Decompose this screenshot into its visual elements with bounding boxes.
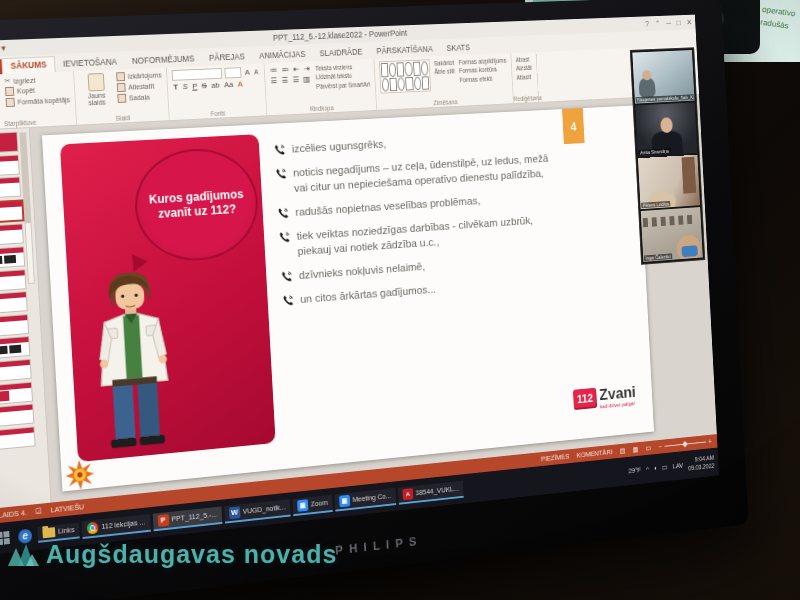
flame-icon <box>65 459 95 491</box>
align-center-icon[interactable]: ☰ <box>280 76 289 85</box>
speech-bubble: Kuros gadījumos zvanīt uz 112? <box>132 146 261 264</box>
comments-button[interactable]: KOMENTĀRI <box>577 448 613 460</box>
section-icon <box>117 94 126 103</box>
language-tray[interactable]: LAV <box>672 461 683 470</box>
group-label: Rediģēšana <box>513 95 538 103</box>
slide-editor: Kuros gadījumos zvanīt uz 112? <box>30 95 717 503</box>
shapes-gallery[interactable] <box>379 59 431 93</box>
align-left-icon[interactable]: ☰ <box>269 76 278 85</box>
copy-button[interactable]: Kopēt <box>5 84 70 96</box>
zoom-out-icon[interactable]: − <box>658 442 662 451</box>
taskbar-zoom-meeting[interactable]: ▣ Meeting Co... <box>334 488 396 512</box>
slide-thumbnail[interactable]: 11 <box>0 358 42 383</box>
normal-view-icon[interactable]: ▤ <box>620 446 626 455</box>
minimize-button[interactable]: ─ <box>666 18 671 27</box>
numbering-icon[interactable]: ≕ <box>280 65 290 74</box>
video-tile[interactable]: Naujenes pamatskola_5ab_KAB <box>632 50 694 104</box>
font-name-combobox[interactable] <box>172 68 223 81</box>
phone-icon <box>277 207 289 220</box>
paste-button[interactable]: Ielīmēt <box>0 77 1 105</box>
taskbar-zoom-app[interactable]: ▣ Zoom <box>292 494 332 515</box>
watermark-text: Augšdaugavas novads <box>46 540 337 569</box>
align-right-icon[interactable]: ☰ <box>291 75 300 84</box>
group-clipboard: Ielīmēt ✂Izgriezt Kopēt Formāta kopētājs… <box>0 71 77 130</box>
shrink-font-icon[interactable]: A <box>253 68 259 75</box>
taskbar-chrome-window[interactable]: 112 lekcijas ... <box>82 514 151 539</box>
pdf-icon: A <box>402 488 413 500</box>
second-screen-text: operatīvo radušās <box>759 4 796 34</box>
slide-question: Kuros gadījumos zvanīt uz 112? <box>136 186 256 223</box>
cut-button[interactable]: ✂Izgriezt <box>4 74 69 85</box>
slide-sorter-icon[interactable]: ▦ <box>632 445 638 454</box>
layout-icon <box>116 72 125 81</box>
slide-thumbnail[interactable]: 10 <box>0 335 41 360</box>
spellcheck-icon[interactable]: ☑ <box>35 507 42 517</box>
indent-icon[interactable]: ⇤ <box>292 65 300 74</box>
zoom-in-icon[interactable]: + <box>708 437 712 445</box>
tray-chevron-icon[interactable]: ^ <box>646 465 649 473</box>
strikethrough-button[interactable]: S <box>201 81 208 90</box>
bullet-list: izcēlies ugunsgrēks, noticis negadījums … <box>273 128 567 319</box>
italic-button[interactable]: S <box>181 82 188 91</box>
chrome-icon <box>87 521 99 534</box>
video-tile[interactable]: Pēters Locika <box>638 155 700 209</box>
taskbar-word-window[interactable]: W VUGD_notik... <box>224 499 291 523</box>
slide-thumbnail[interactable]: 12 <box>0 380 44 405</box>
slide-thumbnail[interactable]: 9 <box>0 313 40 338</box>
help-icon[interactable]: ? <box>645 19 649 28</box>
zoom-meeting-panel: Naujenes pamatskola_5ab_KAB Anita Strazd… <box>630 47 706 265</box>
quick-styles-button[interactable]: Ātrie stili <box>434 67 455 77</box>
taskbar-powerpoint-window[interactable]: P PPT_112_5.-... <box>152 506 222 531</box>
reset-button[interactable]: Atiestatīt <box>117 81 163 92</box>
slide-thumbnail[interactable]: 13 <box>0 403 45 428</box>
ribbon-options-icon[interactable]: ⌃ <box>655 19 661 28</box>
phone-icon <box>275 168 287 181</box>
slideshow-icon[interactable]: ▭ <box>645 444 651 453</box>
slide-thumbnail[interactable]: 8 <box>0 291 38 315</box>
slide-number-badge: 4 <box>562 108 585 144</box>
select-button[interactable]: Atlasīt <box>516 72 532 81</box>
word-icon: W <box>229 506 241 519</box>
bold-button[interactable]: T <box>172 83 179 92</box>
section-button[interactable]: Sadaļa <box>117 92 163 103</box>
speaker-icon[interactable]: ◖ <box>653 464 657 473</box>
group-font: A A T S P S ab Aa A Fonts <box>167 63 267 120</box>
char-spacing-icon[interactable]: ab <box>210 81 221 90</box>
group-slides: Jauns slaids Izkārtojums Atiestatīt Sada… <box>74 67 170 124</box>
weather-temp[interactable]: 29°F <box>628 466 641 476</box>
group-drawing: Sakārtot Ātrie stili Formas aizpildījums… <box>374 53 513 110</box>
zoom-meeting-icon: ▣ <box>339 494 350 507</box>
copy-icon <box>5 87 14 96</box>
slide-canvas[interactable]: Kuros gadījumos zvanīt uz 112? <box>42 105 654 491</box>
font-color-icon[interactable]: A <box>237 80 244 89</box>
notes-button[interactable]: PIEZĪMES <box>541 452 570 463</box>
folder-icon <box>42 527 55 538</box>
underline-button[interactable]: P <box>191 82 198 91</box>
new-slide-button[interactable]: Jauns slaids <box>79 73 113 107</box>
format-painter-button[interactable]: Formāta kopētājs <box>6 95 71 107</box>
bullets-icon[interactable]: ≔ <box>269 66 279 75</box>
phone-icon <box>282 294 294 307</box>
boy-illustration <box>79 268 187 458</box>
taskbar-pdf-window[interactable]: A 38544_VUKL... <box>398 480 464 504</box>
clock[interactable]: 9:04 AM 09.03.2022 <box>688 454 715 472</box>
photo-of-monitor: operatīvo radušās ▣ ↺ ↻ ▾ PPT_112_5.-12.… <box>0 0 800 600</box>
smartart-button[interactable]: Pārvērst par SmartArt <box>316 80 371 91</box>
network-icon[interactable]: ▭ <box>662 463 668 472</box>
restore-button[interactable]: □ <box>676 18 681 27</box>
shape-effects-button[interactable]: Formas efekti <box>459 74 507 85</box>
close-button[interactable]: ✕ <box>686 17 692 26</box>
columns-icon[interactable]: ▥ <box>302 75 311 84</box>
slide-thumbnail[interactable]: 14 <box>0 425 46 451</box>
video-tile[interactable]: Anita Strazdiņa <box>635 102 697 156</box>
participant-name: Inga Čalenko <box>644 253 673 261</box>
font-size-combobox[interactable] <box>224 67 241 78</box>
change-case-icon[interactable]: Aa <box>223 80 234 89</box>
monitor-brand: PHILIPS <box>335 533 423 557</box>
phone-icon <box>273 143 285 156</box>
video-tile[interactable]: Inga Čalenko <box>641 207 703 262</box>
outdent-icon[interactable]: ⇥ <box>303 64 311 73</box>
language-indicator[interactable]: LATVIEŠU <box>50 502 84 514</box>
layout-button[interactable]: Izkārtojums <box>116 71 162 82</box>
grow-font-icon[interactable]: A <box>244 68 251 77</box>
